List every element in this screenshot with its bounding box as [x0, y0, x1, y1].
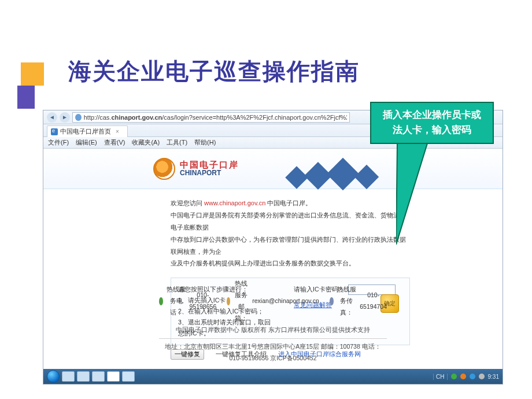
browser-window: ◄ ► http://cas.chinaport.gov.cn/cas/logi… [43, 110, 503, 385]
menu-fav[interactable]: 收藏夹(A) [132, 138, 160, 147]
url-box[interactable]: http://cas.chinaport.gov.cn/cas/login?se… [72, 112, 350, 123]
callout-bubble: 插入本企业操作员卡或 法人卡，输入密码 [370, 102, 494, 144]
taskbar: CH 9:31 [43, 369, 503, 384]
lang-indicator[interactable]: CH [433, 374, 447, 380]
tray-icon-3[interactable] [470, 374, 475, 379]
site-logo: 中国电子口岸 CHINAPORT [153, 158, 239, 180]
menu-help[interactable]: 帮助(H) [194, 138, 216, 147]
hotline-row: 热线服务电话：010-95198656 热线服务邮箱：rexian@chinap… [159, 278, 387, 324]
back-button[interactable]: ◄ [47, 112, 57, 123]
taskbar-explorer-icon[interactable] [77, 371, 90, 382]
taskbar-word-icon[interactable] [122, 371, 135, 382]
intro-line-3: 业及中介服务机构提供网上办理进出口业务服务的数据交换平台。 [171, 257, 410, 269]
logo-en: CHINAPORT [180, 169, 239, 177]
mail-icon [227, 297, 230, 305]
tray-icon-4[interactable] [479, 374, 485, 379]
menu-file[interactable]: 文件(F) [48, 138, 69, 147]
tab-title: 中国电子口岸首页 [60, 127, 111, 136]
globe-icon [75, 114, 82, 121]
slide-title: 海关企业电子巡查操作指南 [68, 56, 360, 87]
forward-button[interactable]: ► [60, 112, 70, 123]
system-tray[interactable]: CH 9:31 [433, 374, 499, 380]
favicon-icon [51, 128, 58, 135]
start-button[interactable] [47, 370, 60, 383]
address-line: 地址：北京市朝阳区三丰北里1号悠唐国际中心A座15层 邮编：100738 电话：… [159, 338, 387, 364]
logo-cn: 中国电子口岸 [180, 160, 239, 170]
menu-view[interactable]: 查看(V) [104, 138, 125, 147]
tray-icon-1[interactable] [451, 374, 457, 379]
tray-icon-2[interactable] [460, 374, 466, 379]
taskbar-ie-icon[interactable] [62, 371, 75, 382]
page-viewport: 中国电子口岸 CHINAPORT 欢迎您访问 www.chinaport.gov… [43, 149, 503, 384]
taskbar-qq-icon[interactable] [107, 371, 120, 382]
tab-close-icon[interactable]: × [116, 128, 119, 135]
callout-line1: 插入本企业操作员卡或 [376, 108, 488, 123]
menu-edit[interactable]: 编辑(E) [76, 138, 97, 147]
logo-icon [153, 158, 175, 180]
site-header: 中国电子口岸 CHINAPORT [43, 149, 503, 189]
browser-tab[interactable]: 中国电子口岸首页 × [47, 125, 128, 137]
url-text: http://cas.chinaport.gov.cn/cas/login?se… [84, 114, 347, 121]
fax-icon [330, 297, 334, 305]
taskbar-browser-icon[interactable] [92, 371, 105, 382]
copyright-line: 中国电子口岸数据中心 版权所有 东方口岸科技有限公司提供技术支持 [159, 324, 387, 336]
welcome-url[interactable]: www.chinaport.gov.cn [204, 200, 265, 206]
callout-line2: 法人卡，输入密码 [376, 123, 488, 138]
intro-line-2: 中存放到口岸公共数据中心，为各行政管理部门提供跨部门、跨行业的行政执法数据联网核… [171, 234, 410, 258]
welcome-line: 欢迎您访问 www.chinaport.gov.cn 中国电子口岸。 [171, 197, 410, 209]
intro-line-1: 中国电子口岸是国务院有关部委将分别掌管的进出口业务信息流、资金流、货物流等电子底… [171, 209, 410, 234]
svg-marker-0 [396, 143, 427, 245]
menu-tools[interactable]: 工具(T) [167, 138, 187, 147]
phone-icon [159, 297, 163, 305]
clock[interactable]: 9:31 [488, 374, 499, 380]
slide-decor [21, 62, 44, 86]
site-footer: 热线服务电话：010-95198656 热线服务邮箱：rexian@chinap… [43, 275, 503, 368]
